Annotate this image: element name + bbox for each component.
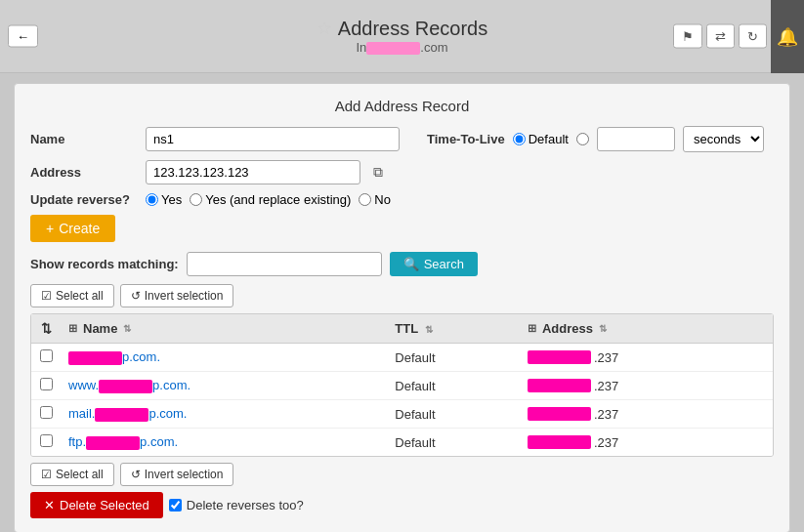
row-name-prefix[interactable]: ftp. xyxy=(68,434,86,449)
ttl-value-input[interactable] xyxy=(597,127,675,151)
update-reverse-options: Yes Yes (and replace existing) No xyxy=(146,192,391,207)
ttl-default-radio[interactable] xyxy=(513,133,526,145)
create-button[interactable]: + Create xyxy=(30,215,115,242)
row-ttl-cell: Default xyxy=(387,344,520,372)
row-checkbox[interactable] xyxy=(40,349,53,362)
delete-times-icon: ✕ xyxy=(44,498,55,512)
row-address-redacted xyxy=(528,435,591,449)
delete-reverses-checkbox[interactable] xyxy=(169,499,182,512)
ttl-unit-select[interactable]: seconds xyxy=(683,126,764,152)
reverse-no-radio[interactable] xyxy=(359,193,371,206)
search-button[interactable]: 🔍 Search xyxy=(390,252,478,276)
row-checkbox[interactable] xyxy=(40,434,53,447)
bottom-select-all-label: Select all xyxy=(56,468,104,481)
address-input[interactable] xyxy=(146,160,360,184)
th-name[interactable]: ⊞ Name ⇅ xyxy=(61,314,387,344)
reverse-yes-option[interactable]: Yes xyxy=(146,192,182,207)
th-name-plus-icon: ⊞ xyxy=(68,322,77,335)
header: ← ☆ Address Records In.com ⚑ ⇄ ↻ ■ 🔔 xyxy=(0,0,804,73)
top-select-all-button[interactable]: ☑ Select all xyxy=(30,284,114,307)
back-button[interactable]: ← xyxy=(8,25,38,48)
bottom-select-all-button[interactable]: ☑ Select all xyxy=(30,463,114,486)
table-header-row: ⇅ ⊞ Name ⇅ TTL ⇅ xyxy=(31,314,773,344)
reverse-yes-replace-option[interactable]: Yes (and replace existing) xyxy=(190,192,351,207)
refresh-button[interactable]: ↻ xyxy=(739,24,767,49)
top-invert-button[interactable]: ↺ Invert selection xyxy=(120,284,234,307)
row-name-redacted xyxy=(68,351,122,365)
table-row: www.p.com.Default.237 xyxy=(31,372,773,400)
row-address-redacted xyxy=(528,379,591,392)
search-row: Show records matching: 🔍 Search xyxy=(30,252,774,276)
row-name-prefix[interactable]: mail. xyxy=(68,406,95,421)
th-address-sort: ⇅ xyxy=(599,323,607,334)
table-row: mail.p.com.Default.237 xyxy=(31,400,773,429)
update-reverse-label: Update reverse? xyxy=(30,192,138,207)
delete-button[interactable]: ✕ Delete Selected xyxy=(30,492,163,518)
table-row: ftp.p.com.Default.237 xyxy=(31,429,773,457)
ttl-custom-option[interactable] xyxy=(576,133,589,145)
top-select-all-label: Select all xyxy=(56,289,104,303)
name-ttl-row: Name Time-To-Live Default seconds xyxy=(30,126,774,152)
th-name-label: Name xyxy=(83,321,117,336)
row-checkbox-cell xyxy=(31,372,61,400)
row-address-suffix: .237 xyxy=(594,379,618,393)
page-title-row: ☆ Address Records xyxy=(317,18,487,40)
search-label: Show records matching: xyxy=(30,257,179,271)
reverse-yes-replace-radio[interactable] xyxy=(190,193,202,206)
top-invert-label: Invert selection xyxy=(145,289,224,303)
back-button-wrapper: ← xyxy=(8,25,38,48)
search-input[interactable] xyxy=(187,252,382,276)
ttl-default-option[interactable]: Default xyxy=(513,132,569,146)
row-address-cell: .237 xyxy=(520,344,773,372)
row-name-prefix[interactable]: www. xyxy=(68,378,99,392)
delete-reverses-option[interactable]: Delete reverses too? xyxy=(169,498,304,512)
search-button-label: Search xyxy=(424,257,464,271)
copy-icon[interactable]: ⧉ xyxy=(368,162,388,183)
row-name-domain[interactable]: p.com. xyxy=(140,434,178,449)
create-button-label: Create xyxy=(59,221,100,236)
row-name-domain[interactable]: p.com. xyxy=(152,378,190,392)
address-row: Address ⧉ xyxy=(30,160,774,184)
row-address-cell: .237 xyxy=(520,429,773,457)
row-address-cell: .237 xyxy=(520,400,773,429)
update-reverse-row: Update reverse? Yes Yes (and replace exi… xyxy=(30,192,774,207)
records-table: ⇅ ⊞ Name ⇅ TTL ⇅ xyxy=(31,314,773,456)
row-address-suffix: .237 xyxy=(594,407,618,422)
ttl-custom-radio[interactable] xyxy=(576,133,589,145)
card-title: Add Address Record xyxy=(30,98,774,114)
records-table-wrapper: ⇅ ⊞ Name ⇅ TTL ⇅ xyxy=(30,313,774,457)
row-name-redacted xyxy=(86,436,140,450)
domain-redacted xyxy=(366,42,420,55)
star-icon[interactable]: ☆ xyxy=(317,18,332,39)
row-address-suffix: .237 xyxy=(594,350,618,365)
th-address[interactable]: ⊞ Address ⇅ xyxy=(520,314,773,344)
delete-reverses-label: Delete reverses too? xyxy=(187,498,304,512)
add-record-card: Add Address Record Name Time-To-Live Def… xyxy=(14,83,790,532)
th-ttl-sort: ⇅ xyxy=(425,324,433,335)
row-name-redacted xyxy=(95,408,148,422)
row-name-domain[interactable]: p.com. xyxy=(122,349,160,364)
row-checkbox[interactable] xyxy=(40,378,53,390)
main-content: Add Address Record Name Time-To-Live Def… xyxy=(0,73,804,532)
page-subtitle: In.com xyxy=(317,40,487,55)
notification-bell[interactable]: 🔔 xyxy=(771,0,804,73)
row-address-suffix: .237 xyxy=(594,435,618,450)
reverse-yes-radio[interactable] xyxy=(146,193,158,206)
reverse-no-option[interactable]: No xyxy=(359,192,391,207)
create-plus-icon: + xyxy=(46,221,54,236)
top-select-row: ☑ Select all ↺ Invert selection xyxy=(30,284,774,307)
bottom-select-row: ☑ Select all ↺ Invert selection xyxy=(30,463,774,486)
ttl-label: Time-To-Live xyxy=(427,132,505,146)
th-sort-icon: ⇅ xyxy=(41,321,52,336)
row-name-cell: www.p.com. xyxy=(61,372,387,400)
row-name-domain[interactable]: p.com. xyxy=(148,406,187,421)
name-input[interactable] xyxy=(146,127,400,151)
th-ttl[interactable]: TTL ⇅ xyxy=(387,314,520,344)
filter-button[interactable]: ⚑ xyxy=(673,24,702,49)
bottom-invert-label: Invert selection xyxy=(145,468,224,481)
transfer-button[interactable]: ⇄ xyxy=(706,24,735,49)
bottom-invert-button[interactable]: ↺ Invert selection xyxy=(120,463,234,486)
row-name-cell: ftp.p.com. xyxy=(61,429,387,457)
row-checkbox[interactable] xyxy=(40,406,53,419)
row-checkbox-cell xyxy=(31,429,61,457)
